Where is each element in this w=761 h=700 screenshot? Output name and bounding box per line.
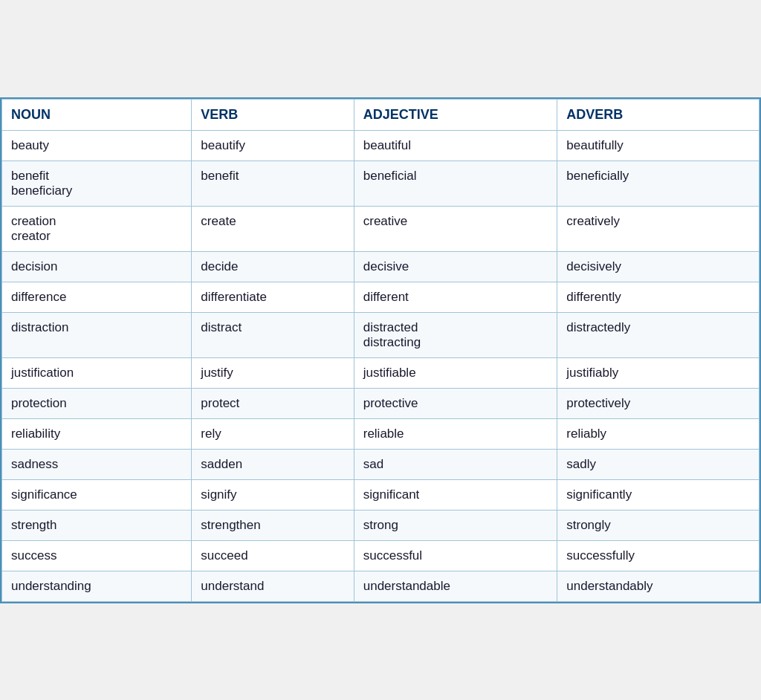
cell-r9-c3: sadly [557,449,760,479]
table-row: successsucceedsuccessfulsuccessfully [2,540,760,571]
cell-r5-c3: distractedly [557,312,760,357]
table-row: creationcreatorcreatecreativecreatively [2,206,760,251]
table-row: reliabilityrelyreliablereliably [2,418,760,449]
cell-r5-c2: distracteddistracting [354,312,557,357]
header-verb: VERB [192,99,354,130]
table-row: strengthstrengthenstrongstrongly [2,510,760,540]
cell-r7-c1: protect [192,388,354,418]
header-adjective: ADJECTIVE [354,99,557,130]
cell-r8-c3: reliably [557,418,760,449]
table-row: sadnesssaddensadsadly [2,449,760,479]
cell-r1-c2: beneficial [354,161,557,206]
cell-r4-c0: difference [2,282,192,312]
cell-r0-c1: beautify [192,130,354,161]
cell-r0-c0: beauty [2,130,192,161]
cell-r8-c0: reliability [2,418,192,449]
table-row: distractiondistractdistracteddistracting… [2,312,760,357]
cell-r4-c2: different [354,282,557,312]
cell-r7-c2: protective [354,388,557,418]
table-row: understandingunderstandunderstandableund… [2,571,760,601]
cell-r5-c0: distraction [2,312,192,357]
cell-r11-c0: strength [2,510,192,540]
cell-r10-c1: signify [192,479,354,510]
cell-r13-c1: understand [192,571,354,601]
cell-r12-c1: succeed [192,540,354,571]
cell-r6-c1: justify [192,357,354,388]
cell-r10-c3: significantly [557,479,760,510]
header-noun: NOUN [2,99,192,130]
cell-r7-c3: protectively [557,388,760,418]
cell-r11-c1: strengthen [192,510,354,540]
cell-r13-c2: understandable [354,571,557,601]
cell-r11-c3: strongly [557,510,760,540]
table-row: justificationjustifyjustifiablejustifiab… [2,357,760,388]
cell-r9-c0: sadness [2,449,192,479]
table-row: significancesignifysignificantsignifican… [2,479,760,510]
word-forms-table: NOUNVERBADJECTIVEADVERB beautybeautifybe… [1,99,760,602]
cell-r10-c0: significance [2,479,192,510]
cell-r5-c1: distract [192,312,354,357]
cell-r1-c1: benefit [192,161,354,206]
cell-r9-c2: sad [354,449,557,479]
cell-r8-c1: rely [192,418,354,449]
table-row: decisiondecidedecisivedecisively [2,251,760,282]
cell-r12-c0: success [2,540,192,571]
header-row: NOUNVERBADJECTIVEADVERB [2,99,760,130]
cell-r3-c1: decide [192,251,354,282]
cell-r3-c3: decisively [557,251,760,282]
cell-r0-c3: beautifully [557,130,760,161]
cell-r2-c2: creative [354,206,557,251]
cell-r7-c0: protection [2,388,192,418]
cell-r2-c1: create [192,206,354,251]
cell-r4-c1: differentiate [192,282,354,312]
cell-r6-c3: justifiably [557,357,760,388]
table-row: benefitbeneficiarybenefitbeneficialbenef… [2,161,760,206]
cell-r6-c2: justifiable [354,357,557,388]
cell-r2-c0: creationcreator [2,206,192,251]
table-row: protectionprotectprotectiveprotectively [2,388,760,418]
word-forms-table-wrapper: NOUNVERBADJECTIVEADVERB beautybeautifybe… [0,97,761,603]
table-row: beautybeautifybeautifulbeautifully [2,130,760,161]
cell-r6-c0: justification [2,357,192,388]
header-adverb: ADVERB [557,99,760,130]
cell-r10-c2: significant [354,479,557,510]
cell-r3-c2: decisive [354,251,557,282]
cell-r1-c3: beneficially [557,161,760,206]
cell-r13-c0: understanding [2,571,192,601]
cell-r11-c2: strong [354,510,557,540]
cell-r4-c3: differently [557,282,760,312]
table-row: differencedifferentiatedifferentdifferen… [2,282,760,312]
cell-r12-c2: successful [354,540,557,571]
cell-r12-c3: successfully [557,540,760,571]
cell-r3-c0: decision [2,251,192,282]
cell-r9-c1: sadden [192,449,354,479]
cell-r13-c3: understandably [557,571,760,601]
cell-r1-c0: benefitbeneficiary [2,161,192,206]
cell-r0-c2: beautiful [354,130,557,161]
cell-r8-c2: reliable [354,418,557,449]
cell-r2-c3: creatively [557,206,760,251]
